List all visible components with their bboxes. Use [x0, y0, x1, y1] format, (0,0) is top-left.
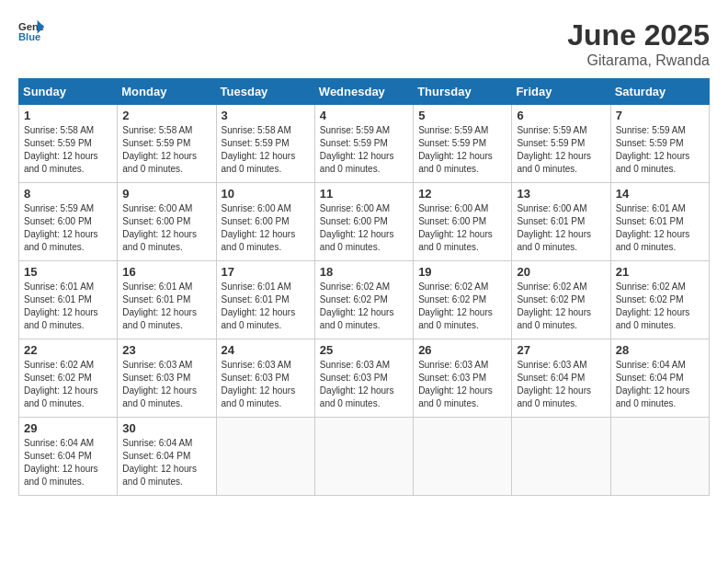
day-number: 22 — [24, 343, 112, 357]
calendar-cell: 10 Sunrise: 6:00 AMSunset: 6:00 PMDaylig… — [216, 183, 314, 261]
calendar-cell: 23 Sunrise: 6:03 AMSunset: 6:03 PMDaylig… — [118, 339, 216, 418]
calendar-cell: 7 Sunrise: 5:59 AMSunset: 5:59 PMDayligh… — [610, 105, 709, 183]
calendar-cell: 30 Sunrise: 6:04 AMSunset: 6:04 PMDaylig… — [118, 418, 216, 496]
calendar-cell: 29 Sunrise: 6:04 AMSunset: 6:04 PMDaylig… — [19, 418, 118, 496]
day-number: 4 — [320, 109, 408, 122]
col-monday: Monday — [118, 79, 216, 105]
day-number: 1 — [24, 109, 112, 122]
calendar-cell: 21 Sunrise: 6:02 AMSunset: 6:02 PMDaylig… — [610, 261, 709, 339]
day-number: 9 — [122, 187, 210, 201]
day-number: 18 — [320, 265, 408, 279]
day-number: 20 — [517, 265, 605, 279]
day-number: 25 — [320, 343, 408, 357]
month-title: June 2025 — [567, 18, 710, 52]
calendar-cell: 20 Sunrise: 6:02 AMSunset: 6:02 PMDaylig… — [512, 261, 610, 339]
day-info: Sunrise: 6:00 AMSunset: 6:00 PMDaylight:… — [122, 203, 197, 252]
col-saturday: Saturday — [610, 79, 709, 105]
day-info: Sunrise: 6:01 AMSunset: 6:01 PMDaylight:… — [122, 282, 197, 330]
day-number: 28 — [616, 343, 704, 357]
day-number: 8 — [24, 187, 112, 201]
day-number: 23 — [122, 343, 210, 357]
calendar-cell: 8 Sunrise: 5:59 AMSunset: 6:00 PMDayligh… — [19, 183, 118, 261]
header: General Blue June 2025 Gitarama, Rwanda — [18, 18, 710, 69]
day-info: Sunrise: 6:02 AMSunset: 6:02 PMDaylight:… — [24, 360, 98, 408]
calendar-row: 22 Sunrise: 6:02 AMSunset: 6:02 PMDaylig… — [19, 339, 710, 418]
day-number: 6 — [517, 109, 605, 122]
calendar-cell: 6 Sunrise: 5:59 AMSunset: 5:59 PMDayligh… — [512, 105, 610, 183]
calendar-cell: 24 Sunrise: 6:03 AMSunset: 6:03 PMDaylig… — [216, 339, 314, 418]
day-number: 30 — [122, 421, 210, 435]
calendar-cell: 15 Sunrise: 6:01 AMSunset: 6:01 PMDaylig… — [19, 261, 118, 339]
day-number: 26 — [418, 343, 506, 357]
day-info: Sunrise: 6:02 AMSunset: 6:02 PMDaylight:… — [517, 282, 591, 330]
day-info: Sunrise: 6:03 AMSunset: 6:03 PMDaylight:… — [418, 360, 493, 408]
calendar-cell: 19 Sunrise: 6:02 AMSunset: 6:02 PMDaylig… — [414, 261, 512, 339]
calendar-cell: 12 Sunrise: 6:00 AMSunset: 6:00 PMDaylig… — [414, 183, 512, 261]
calendar-cell — [314, 418, 413, 496]
calendar-cell: 2 Sunrise: 5:58 AMSunset: 5:59 PMDayligh… — [118, 105, 216, 183]
day-info: Sunrise: 6:03 AMSunset: 6:04 PMDaylight:… — [517, 360, 591, 408]
header-row: Sunday Monday Tuesday Wednesday Thursday… — [19, 79, 710, 105]
calendar-cell: 1 Sunrise: 5:58 AMSunset: 5:59 PMDayligh… — [19, 105, 118, 183]
col-friday: Friday — [512, 79, 610, 105]
day-info: Sunrise: 6:03 AMSunset: 6:03 PMDaylight:… — [122, 360, 197, 408]
day-number: 11 — [320, 187, 408, 201]
day-number: 13 — [517, 187, 605, 201]
day-info: Sunrise: 5:58 AMSunset: 5:59 PMDaylight:… — [222, 125, 296, 174]
title-area: June 2025 Gitarama, Rwanda — [567, 18, 710, 69]
day-number: 16 — [122, 265, 210, 279]
day-number: 2 — [122, 109, 210, 122]
day-info: Sunrise: 6:00 AMSunset: 6:00 PMDaylight:… — [320, 203, 394, 252]
day-info: Sunrise: 6:02 AMSunset: 6:02 PMDaylight:… — [616, 282, 690, 330]
day-number: 7 — [616, 109, 704, 122]
calendar-cell: 22 Sunrise: 6:02 AMSunset: 6:02 PMDaylig… — [19, 339, 118, 418]
calendar-cell: 3 Sunrise: 5:58 AMSunset: 5:59 PMDayligh… — [216, 105, 314, 183]
day-number: 14 — [616, 187, 704, 201]
day-info: Sunrise: 6:02 AMSunset: 6:02 PMDaylight:… — [418, 282, 493, 330]
calendar-cell — [512, 418, 610, 496]
col-sunday: Sunday — [19, 79, 118, 105]
calendar-cell: 25 Sunrise: 6:03 AMSunset: 6:03 PMDaylig… — [314, 339, 413, 418]
col-wednesday: Wednesday — [314, 79, 413, 105]
day-info: Sunrise: 5:59 AMSunset: 5:59 PMDaylight:… — [320, 125, 394, 174]
day-info: Sunrise: 5:59 AMSunset: 5:59 PMDaylight:… — [418, 125, 493, 174]
calendar-cell: 28 Sunrise: 6:04 AMSunset: 6:04 PMDaylig… — [610, 339, 709, 418]
calendar-cell: 18 Sunrise: 6:02 AMSunset: 6:02 PMDaylig… — [314, 261, 413, 339]
calendar-cell: 13 Sunrise: 6:00 AMSunset: 6:01 PMDaylig… — [512, 183, 610, 261]
calendar-table: Sunday Monday Tuesday Wednesday Thursday… — [18, 78, 710, 496]
calendar-cell: 17 Sunrise: 6:01 AMSunset: 6:01 PMDaylig… — [216, 261, 314, 339]
day-info: Sunrise: 6:00 AMSunset: 6:00 PMDaylight:… — [222, 203, 296, 252]
col-thursday: Thursday — [414, 79, 512, 105]
calendar-cell: 16 Sunrise: 6:01 AMSunset: 6:01 PMDaylig… — [118, 261, 216, 339]
calendar-cell: 14 Sunrise: 6:01 AMSunset: 6:01 PMDaylig… — [610, 183, 709, 261]
col-tuesday: Tuesday — [216, 79, 314, 105]
day-info: Sunrise: 6:01 AMSunset: 6:01 PMDaylight:… — [222, 282, 296, 330]
day-number: 21 — [616, 265, 704, 279]
day-number: 29 — [24, 421, 112, 435]
day-number: 12 — [418, 187, 506, 201]
day-info: Sunrise: 6:03 AMSunset: 6:03 PMDaylight:… — [222, 360, 296, 408]
day-info: Sunrise: 6:04 AMSunset: 6:04 PMDaylight:… — [24, 438, 98, 487]
logo: General Blue — [18, 18, 44, 44]
day-number: 19 — [418, 265, 506, 279]
calendar-cell — [216, 418, 314, 496]
calendar-cell: 26 Sunrise: 6:03 AMSunset: 6:03 PMDaylig… — [414, 339, 512, 418]
day-number: 24 — [222, 343, 310, 357]
calendar-cell: 9 Sunrise: 6:00 AMSunset: 6:00 PMDayligh… — [118, 183, 216, 261]
day-info: Sunrise: 6:04 AMSunset: 6:04 PMDaylight:… — [122, 438, 197, 487]
day-number: 27 — [517, 343, 605, 357]
calendar-cell: 27 Sunrise: 6:03 AMSunset: 6:04 PMDaylig… — [512, 339, 610, 418]
day-info: Sunrise: 6:02 AMSunset: 6:02 PMDaylight:… — [320, 282, 394, 330]
day-number: 17 — [222, 265, 310, 279]
calendar-row: 8 Sunrise: 5:59 AMSunset: 6:00 PMDayligh… — [19, 183, 710, 261]
day-number: 3 — [222, 109, 310, 122]
day-info: Sunrise: 6:00 AMSunset: 6:01 PMDaylight:… — [517, 203, 591, 252]
day-number: 10 — [222, 187, 310, 201]
day-number: 5 — [418, 109, 506, 122]
day-info: Sunrise: 6:00 AMSunset: 6:00 PMDaylight:… — [418, 203, 493, 252]
calendar-row: 1 Sunrise: 5:58 AMSunset: 5:59 PMDayligh… — [19, 105, 710, 183]
calendar-cell: 11 Sunrise: 6:00 AMSunset: 6:00 PMDaylig… — [314, 183, 413, 261]
calendar-row: 15 Sunrise: 6:01 AMSunset: 6:01 PMDaylig… — [19, 261, 710, 339]
calendar-cell — [414, 418, 512, 496]
day-info: Sunrise: 6:01 AMSunset: 6:01 PMDaylight:… — [616, 203, 690, 252]
